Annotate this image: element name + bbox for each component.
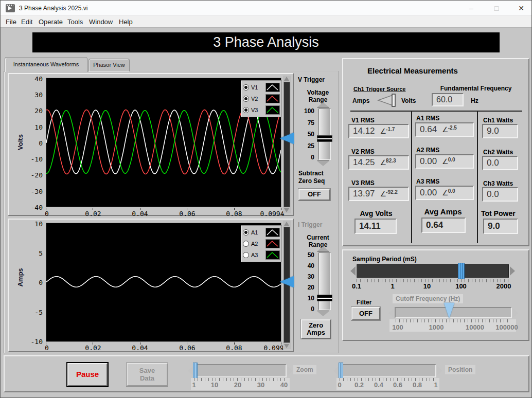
v3-rms-value: 13.97	[353, 189, 375, 199]
a1-rms-display: 0.64 ∠-2.5	[415, 122, 474, 137]
amps-xtick: 0.08	[226, 344, 242, 352]
zero-amps-button[interactable]: Zero Amps	[301, 319, 331, 339]
menu-operate[interactable]: Operate	[37, 17, 65, 26]
amps-ytick: -5	[22, 309, 43, 316]
v2-rms-angle: 82.3	[386, 158, 396, 164]
voltage-range-tick: 0	[300, 154, 314, 161]
zoom-decrement-icon[interactable]	[188, 366, 193, 375]
subtract-label-line2: Zero Seq	[298, 177, 325, 185]
voltage-range-increment-icon[interactable]	[317, 102, 329, 107]
menu-edit[interactable]: Edit	[19, 17, 34, 26]
amps-ytick: 10	[22, 220, 43, 228]
zero-amps-line2: Amps	[307, 329, 325, 336]
scroll-down-icon[interactable]	[284, 344, 289, 348]
volts-xtick: 0.06	[179, 210, 195, 218]
trigger-source-switch[interactable]	[376, 94, 400, 107]
minimize-button[interactable]: –	[460, 1, 483, 16]
voltage-range-slider[interactable]	[318, 108, 331, 160]
amps-xtick: 0	[45, 344, 49, 352]
i-trigger-title: I Trigger	[298, 221, 322, 228]
pause-button[interactable]: Pause	[67, 363, 108, 386]
voltage-range-decrement-icon[interactable]	[317, 161, 329, 166]
v2-visible-radio[interactable]	[243, 96, 249, 102]
fundamental-frequency-field[interactable]: 60.0	[432, 93, 464, 106]
v3-line-sample[interactable]	[265, 105, 280, 115]
menu-help[interactable]: Help	[117, 17, 135, 26]
cutoff-frequency-label: Cutoff Frequency (Hz)	[393, 294, 463, 303]
cutoff-tick: 10000	[466, 323, 484, 331]
title-bar: 3 Phase Analysis 2025.vi – □ ✕	[1, 1, 531, 16]
current-range-slider[interactable]	[318, 252, 331, 310]
amps-xtick: 0.04	[132, 344, 148, 352]
v1-legend-label: V1	[251, 84, 260, 91]
position-increment-icon[interactable]	[437, 366, 442, 375]
avg-volts-value: 14.11	[359, 221, 381, 231]
scroll-up-icon[interactable]	[284, 77, 289, 81]
a3-line-sample[interactable]	[265, 250, 280, 260]
sampling-period-slider[interactable]	[357, 264, 509, 278]
v2-line-sample[interactable]	[265, 94, 280, 103]
avg-volts-display: 14.11	[354, 219, 397, 234]
a3-legend-label: A3	[251, 252, 260, 258]
v3-visible-radio[interactable]	[243, 107, 249, 113]
volts-graph-scrollbar[interactable]	[283, 76, 291, 213]
ch1-trigger-source-label: Ch1 Trigger Source	[353, 86, 405, 92]
zoom-tick: 30	[257, 381, 264, 389]
position-tick: 0.6	[393, 381, 402, 389]
filter-button[interactable]: OFF	[351, 307, 380, 320]
current-range-tick: 20	[300, 284, 314, 291]
tab-instantaneous-waveforms[interactable]: Instantaneous Waveforms	[5, 57, 87, 72]
subtract-zero-seq-button[interactable]: OFF	[298, 189, 330, 201]
close-button[interactable]: ✕	[510, 1, 532, 16]
save-data-button[interactable]: Save Data	[127, 363, 168, 386]
zoom-slider[interactable]	[194, 364, 287, 377]
v1-line-sample[interactable]	[265, 83, 280, 92]
position-tick: 1	[434, 381, 437, 389]
sampling-tick: 100	[455, 282, 467, 290]
amps-xtick: 0.06	[179, 344, 195, 352]
cutoff-frequency-handle[interactable]	[444, 303, 454, 318]
menu-tools[interactable]: Tools	[65, 17, 85, 26]
volts-ytick: -20	[22, 171, 43, 179]
sampling-decrement-icon[interactable]	[350, 266, 356, 276]
zoom-increment-icon[interactable]	[288, 366, 293, 375]
volts-trigger-level-arrow[interactable]	[280, 133, 294, 144]
a3-rms-value: 0.00	[420, 188, 437, 198]
position-decrement-icon[interactable]	[333, 366, 339, 375]
menu-file[interactable]: File	[4, 17, 19, 26]
v1-visible-radio[interactable]	[243, 84, 249, 91]
a1-line-sample[interactable]	[265, 228, 280, 237]
cutoff-increment-icon[interactable]	[513, 309, 518, 318]
scroll-up-icon[interactable]	[284, 222, 289, 226]
maximize-button[interactable]: □	[485, 1, 508, 16]
current-range-decrement-icon[interactable]	[317, 311, 329, 316]
a2-visible-radio[interactable]	[243, 241, 249, 247]
amps-trigger-level-arrow[interactable]	[280, 276, 294, 287]
cutoff-decrement-icon[interactable]	[388, 309, 394, 318]
zoom-slider-label: Zoom	[293, 365, 316, 374]
tab-phasor-view[interactable]: Phasor View	[88, 59, 130, 71]
scrollbar-track[interactable]	[283, 82, 290, 207]
zoom-slider-handle[interactable]	[193, 363, 198, 379]
voltage-range-handle[interactable]	[317, 135, 332, 142]
a2-line-sample[interactable]	[265, 239, 280, 248]
current-range-handle[interactable]	[317, 295, 332, 301]
zoom-tick: 10	[211, 381, 218, 389]
position-slider[interactable]	[340, 364, 436, 377]
legend-row-v2: V2	[243, 93, 280, 104]
legend-row-a3: A3	[243, 249, 280, 261]
sampling-period-handle[interactable]	[458, 263, 465, 279]
a3-rms-display: 0.00 ∠0.0	[415, 186, 474, 200]
cutoff-tick: 100	[392, 323, 403, 331]
avg-volts-label: Avg Volts	[351, 209, 401, 218]
fundamental-frequency-label: Fundamental Frequency	[425, 85, 526, 92]
position-slider-handle[interactable]	[339, 363, 343, 379]
current-range-increment-icon[interactable]	[317, 246, 329, 251]
menu-window[interactable]: Window	[87, 17, 115, 26]
a3-visible-radio[interactable]	[243, 252, 249, 258]
sampling-increment-icon[interactable]	[510, 266, 515, 276]
sampling-tick: 10	[423, 282, 431, 290]
scroll-down-icon[interactable]	[284, 208, 289, 212]
cutoff-tick: 1000	[429, 323, 444, 331]
a1-visible-radio[interactable]	[243, 229, 249, 236]
